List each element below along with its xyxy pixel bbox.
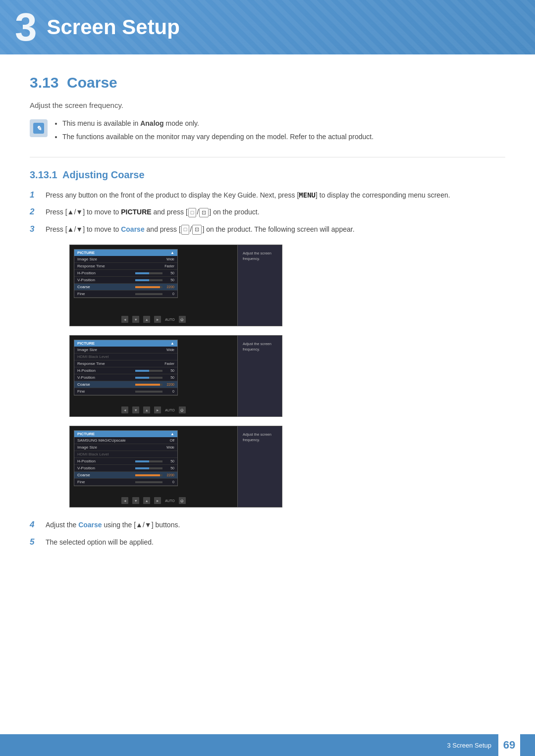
step-num-1: 1 bbox=[30, 190, 42, 200]
osd-header-1: PICTURE ▲ bbox=[74, 250, 177, 256]
subsection-title: 3.13.1 Adjusting Coarse bbox=[30, 169, 505, 181]
osd-row-coarse-active: Coarse 2200 bbox=[74, 284, 177, 291]
section-title: 3.13 Coarse bbox=[30, 74, 505, 91]
step-1: 1 Press any button on the front of the p… bbox=[30, 190, 505, 201]
osd-menu-2: PICTURE ▲ Image Size Wide HDMI Black Lev… bbox=[74, 340, 178, 396]
monitor-nav-1: ◄ ▼ ▲ ► AUTO ⏻ bbox=[70, 316, 237, 323]
chapter-title: Screen Setup bbox=[47, 15, 180, 39]
monitor-screen-2: PICTURE ▲ Image Size Wide HDMI Black Lev… bbox=[69, 335, 238, 417]
step-text-4: Adjust the Coarse using the [▲/▼] button… bbox=[46, 519, 180, 530]
osd-row: V-Position 50 bbox=[74, 277, 177, 284]
step-4: 4 Adjust the Coarse using the [▲/▼] butt… bbox=[30, 519, 505, 530]
footer-page-number: 69 bbox=[498, 734, 520, 756]
step-5: 5 The selected option will be applied. bbox=[30, 537, 505, 548]
steps-list: 1 Press any button on the front of the p… bbox=[30, 190, 505, 235]
osd-row: Fine 0 bbox=[74, 479, 177, 486]
osd-header-3: PICTURE ▲ bbox=[74, 431, 177, 437]
screenshots-area: PICTURE ▲ Image Size Wide Response Time … bbox=[69, 245, 505, 507]
note-item-1: This menu is available in Analog mode on… bbox=[62, 118, 374, 129]
monitor-nav-2: ◄ ▼ ▲ ► AUTO ⏻ bbox=[70, 406, 237, 413]
step-3: 3 Press [▲/▼] to move to Coarse and pres… bbox=[30, 224, 505, 235]
monitor-help-3: Adjust the screen frequency. bbox=[238, 426, 282, 507]
step-text-1: Press any button on the front of the pro… bbox=[46, 190, 450, 201]
footer: 3 Screen Setup 69 bbox=[0, 734, 535, 756]
chapter-number: 3 bbox=[15, 7, 37, 47]
osd-menu-1: PICTURE ▲ Image Size Wide Response Time … bbox=[74, 249, 178, 298]
step-2: 2 Press [▲/▼] to move to PICTURE and pre… bbox=[30, 206, 505, 217]
osd-row: Image Size Wide bbox=[74, 347, 177, 353]
osd-row: Fine 0 bbox=[74, 291, 177, 298]
step-num-5: 5 bbox=[30, 537, 42, 547]
monitor-help-1: Adjust the screen frequency. bbox=[238, 245, 282, 326]
note-list: This menu is available in Analog mode on… bbox=[54, 118, 374, 145]
osd-row-coarse-active: Coarse 2200 bbox=[74, 472, 177, 479]
header-banner: 3 Screen Setup bbox=[0, 0, 535, 54]
osd-header-2: PICTURE ▲ bbox=[74, 340, 177, 347]
osd-row: H-Position 50 bbox=[74, 270, 177, 277]
step-text-3: Press [▲/▼] to move to Coarse and press … bbox=[46, 224, 355, 235]
footer-label: 3 Screen Setup bbox=[447, 742, 491, 749]
osd-menu-3: PICTURE ▲ SAMSUNG MAGICUpscale Off Image… bbox=[74, 430, 178, 486]
osd-row: SAMSUNG MAGICUpscale Off bbox=[74, 437, 177, 444]
osd-row: Image Size Wide bbox=[74, 256, 177, 263]
divider bbox=[30, 157, 505, 157]
steps-list-bottom: 4 Adjust the Coarse using the [▲/▼] butt… bbox=[30, 519, 505, 548]
note-icon: ✎ bbox=[30, 119, 48, 137]
monitor-help-2: Adjust the screen frequency. bbox=[238, 335, 282, 417]
monitor-nav-3: ◄ ▼ ▲ ► AUTO ⏻ bbox=[70, 497, 237, 504]
section-description: Adjust the screen frequency. bbox=[30, 101, 505, 109]
osd-row: Response Time Faster bbox=[74, 263, 177, 270]
monitor-screen-3: PICTURE ▲ SAMSUNG MAGICUpscale Off Image… bbox=[69, 426, 238, 507]
osd-row: V-Position 50 bbox=[74, 374, 177, 381]
note-box: ✎ This menu is available in Analog mode … bbox=[30, 118, 505, 145]
step-text-5: The selected option will be applied. bbox=[46, 537, 154, 548]
osd-row: H-Position 50 bbox=[74, 458, 177, 465]
step-num-3: 3 bbox=[30, 224, 42, 234]
osd-row: V-Position 50 bbox=[74, 465, 177, 472]
note-item-2: The functions available on the monitor m… bbox=[62, 132, 374, 142]
osd-row: HDMI Black Level bbox=[74, 353, 177, 360]
main-content: 3.13 Coarse Adjust the screen frequency.… bbox=[0, 54, 535, 587]
monitor-mockup-2: PICTURE ▲ Image Size Wide HDMI Black Lev… bbox=[69, 335, 505, 417]
monitor-screen-1: PICTURE ▲ Image Size Wide Response Time … bbox=[69, 245, 238, 326]
step-text-2: Press [▲/▼] to move to PICTURE and press… bbox=[46, 206, 260, 217]
note-icon-inner: ✎ bbox=[33, 123, 44, 134]
osd-row: Response Time Faster bbox=[74, 360, 177, 367]
osd-row: Fine 0 bbox=[74, 388, 177, 395]
step-num-4: 4 bbox=[30, 520, 42, 530]
osd-row: HDMI Black Level bbox=[74, 451, 177, 458]
monitor-mockup-1: PICTURE ▲ Image Size Wide Response Time … bbox=[69, 245, 505, 326]
osd-row: Image Size Wide bbox=[74, 444, 177, 451]
monitor-mockup-3: PICTURE ▲ SAMSUNG MAGICUpscale Off Image… bbox=[69, 426, 505, 507]
osd-row: H-Position 50 bbox=[74, 367, 177, 374]
step-num-2: 2 bbox=[30, 207, 42, 217]
osd-row-coarse-active: Coarse 2200 bbox=[74, 381, 177, 388]
